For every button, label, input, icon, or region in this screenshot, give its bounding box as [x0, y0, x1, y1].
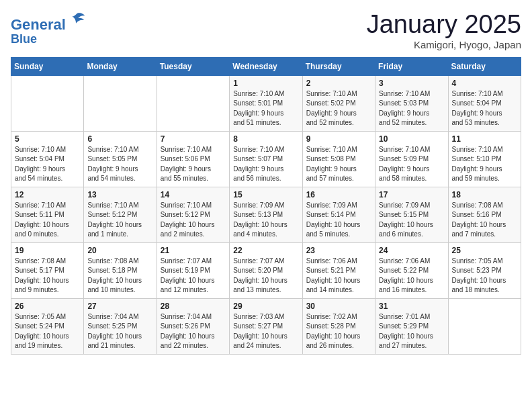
calendar-table: Sunday Monday Tuesday Wednesday Thursday…	[11, 57, 521, 355]
day-cell: 16Sunrise: 7:09 AM Sunset: 5:14 PM Dayli…	[302, 187, 375, 242]
day-cell: 10Sunrise: 7:10 AM Sunset: 5:09 PM Dayli…	[375, 131, 448, 187]
day-number: 5	[15, 134, 80, 144]
logo-text: General	[11, 11, 86, 33]
day-number: 25	[452, 246, 517, 255]
col-saturday: Saturday	[448, 57, 521, 75]
day-content: Sunrise: 7:08 AM Sunset: 5:17 PM Dayligh…	[15, 257, 80, 295]
day-content: Sunrise: 7:10 AM Sunset: 5:06 PM Dayligh…	[161, 145, 226, 184]
day-number: 3	[379, 79, 444, 88]
day-cell: 2Sunrise: 7:10 AM Sunset: 5:02 PM Daylig…	[302, 75, 375, 131]
logo: General Blue	[11, 11, 86, 46]
day-content: Sunrise: 7:10 AM Sunset: 5:02 PM Dayligh…	[306, 89, 371, 128]
day-number: 30	[306, 302, 371, 311]
day-content: Sunrise: 7:10 AM Sunset: 5:04 PM Dayligh…	[15, 145, 80, 184]
day-cell: 28Sunrise: 7:04 AM Sunset: 5:26 PM Dayli…	[157, 298, 229, 354]
day-cell: 27Sunrise: 7:04 AM Sunset: 5:25 PM Dayli…	[84, 298, 157, 354]
title-block: January 2025 Kamigori, Hyogo, Japan	[367, 11, 521, 50]
day-content: Sunrise: 7:08 AM Sunset: 5:16 PM Dayligh…	[452, 201, 517, 240]
month-title: January 2025	[367, 11, 521, 39]
day-content: Sunrise: 7:04 AM Sunset: 5:26 PM Dayligh…	[161, 312, 226, 351]
week-row-3: 19Sunrise: 7:08 AM Sunset: 5:17 PM Dayli…	[11, 242, 521, 298]
day-cell: 20Sunrise: 7:08 AM Sunset: 5:18 PM Dayli…	[84, 242, 157, 298]
col-sunday: Sunday	[11, 57, 84, 75]
day-content: Sunrise: 7:09 AM Sunset: 5:15 PM Dayligh…	[379, 201, 444, 240]
day-cell: 31Sunrise: 7:01 AM Sunset: 5:29 PM Dayli…	[375, 298, 448, 354]
day-cell: 26Sunrise: 7:05 AM Sunset: 5:24 PM Dayli…	[11, 298, 84, 354]
day-number: 19	[15, 246, 80, 255]
day-cell: 6Sunrise: 7:10 AM Sunset: 5:05 PM Daylig…	[84, 131, 157, 187]
week-row-2: 12Sunrise: 7:10 AM Sunset: 5:11 PM Dayli…	[11, 187, 521, 242]
day-content: Sunrise: 7:10 AM Sunset: 5:01 PM Dayligh…	[233, 89, 298, 128]
day-number: 24	[379, 246, 444, 255]
day-cell	[11, 75, 84, 131]
day-cell: 14Sunrise: 7:10 AM Sunset: 5:12 PM Dayli…	[157, 187, 229, 242]
day-content: Sunrise: 7:10 AM Sunset: 5:07 PM Dayligh…	[233, 145, 298, 184]
day-cell: 24Sunrise: 7:06 AM Sunset: 5:22 PM Dayli…	[375, 242, 448, 298]
days-of-week-row: Sunday Monday Tuesday Wednesday Thursday…	[11, 57, 521, 75]
day-number: 8	[233, 134, 298, 144]
day-content: Sunrise: 7:10 AM Sunset: 5:05 PM Dayligh…	[87, 145, 152, 184]
day-cell	[84, 75, 157, 131]
day-number: 23	[306, 246, 371, 255]
day-cell: 12Sunrise: 7:10 AM Sunset: 5:11 PM Dayli…	[11, 187, 84, 242]
day-content: Sunrise: 7:07 AM Sunset: 5:19 PM Dayligh…	[161, 257, 226, 295]
day-number: 2	[306, 79, 371, 88]
day-number: 1	[233, 79, 298, 88]
day-content: Sunrise: 7:01 AM Sunset: 5:29 PM Dayligh…	[379, 312, 444, 351]
col-wednesday: Wednesday	[230, 57, 302, 75]
day-content: Sunrise: 7:02 AM Sunset: 5:28 PM Dayligh…	[306, 312, 371, 351]
col-tuesday: Tuesday	[157, 57, 229, 75]
day-number: 11	[452, 134, 517, 144]
day-cell: 13Sunrise: 7:10 AM Sunset: 5:12 PM Dayli…	[84, 187, 157, 242]
day-number: 16	[306, 190, 371, 199]
day-content: Sunrise: 7:03 AM Sunset: 5:27 PM Dayligh…	[233, 312, 298, 351]
day-cell: 5Sunrise: 7:10 AM Sunset: 5:04 PM Daylig…	[11, 131, 84, 187]
day-cell: 29Sunrise: 7:03 AM Sunset: 5:27 PM Dayli…	[230, 298, 302, 354]
col-monday: Monday	[84, 57, 157, 75]
day-cell: 4Sunrise: 7:10 AM Sunset: 5:04 PM Daylig…	[448, 75, 521, 131]
day-number: 18	[452, 190, 517, 199]
day-content: Sunrise: 7:09 AM Sunset: 5:13 PM Dayligh…	[233, 201, 298, 240]
day-cell: 9Sunrise: 7:10 AM Sunset: 5:08 PM Daylig…	[302, 131, 375, 187]
day-content: Sunrise: 7:10 AM Sunset: 5:04 PM Dayligh…	[452, 89, 517, 128]
day-cell: 30Sunrise: 7:02 AM Sunset: 5:28 PM Dayli…	[302, 298, 375, 354]
day-number: 22	[233, 246, 298, 255]
day-cell: 3Sunrise: 7:10 AM Sunset: 5:03 PM Daylig…	[375, 75, 448, 131]
day-number: 9	[306, 134, 371, 144]
day-content: Sunrise: 7:10 AM Sunset: 5:09 PM Dayligh…	[379, 145, 444, 184]
day-content: Sunrise: 7:09 AM Sunset: 5:14 PM Dayligh…	[306, 201, 371, 240]
day-number: 14	[161, 190, 226, 199]
day-content: Sunrise: 7:05 AM Sunset: 5:24 PM Dayligh…	[15, 312, 80, 351]
page-header: General Blue January 2025 Kamigori, Hyog…	[11, 11, 521, 50]
day-number: 31	[379, 302, 444, 311]
day-cell: 19Sunrise: 7:08 AM Sunset: 5:17 PM Dayli…	[11, 242, 84, 298]
day-cell: 21Sunrise: 7:07 AM Sunset: 5:19 PM Dayli…	[157, 242, 229, 298]
day-cell: 15Sunrise: 7:09 AM Sunset: 5:13 PM Dayli…	[230, 187, 302, 242]
day-content: Sunrise: 7:10 AM Sunset: 5:11 PM Dayligh…	[15, 201, 80, 240]
day-content: Sunrise: 7:10 AM Sunset: 5:10 PM Dayligh…	[452, 145, 517, 184]
day-cell	[157, 75, 229, 131]
day-number: 15	[233, 190, 298, 199]
day-cell: 25Sunrise: 7:05 AM Sunset: 5:23 PM Dayli…	[448, 242, 521, 298]
day-content: Sunrise: 7:05 AM Sunset: 5:23 PM Dayligh…	[452, 257, 517, 295]
day-cell: 8Sunrise: 7:10 AM Sunset: 5:07 PM Daylig…	[230, 131, 302, 187]
day-number: 27	[87, 302, 152, 311]
day-cell: 1Sunrise: 7:10 AM Sunset: 5:01 PM Daylig…	[230, 75, 302, 131]
day-number: 6	[87, 134, 152, 144]
day-number: 21	[161, 246, 226, 255]
logo-line2: Blue	[11, 33, 86, 46]
day-cell: 17Sunrise: 7:09 AM Sunset: 5:15 PM Dayli…	[375, 187, 448, 242]
day-number: 20	[87, 246, 152, 255]
day-number: 26	[15, 302, 80, 311]
day-cell: 18Sunrise: 7:08 AM Sunset: 5:16 PM Dayli…	[448, 187, 521, 242]
week-row-4: 26Sunrise: 7:05 AM Sunset: 5:24 PM Dayli…	[11, 298, 521, 354]
day-number: 4	[452, 79, 517, 88]
logo-bird-icon	[67, 11, 86, 30]
day-content: Sunrise: 7:06 AM Sunset: 5:22 PM Dayligh…	[379, 257, 444, 295]
calendar-header: Sunday Monday Tuesday Wednesday Thursday…	[11, 57, 521, 75]
day-content: Sunrise: 7:07 AM Sunset: 5:20 PM Dayligh…	[233, 257, 298, 295]
day-cell	[448, 298, 521, 354]
day-content: Sunrise: 7:10 AM Sunset: 5:08 PM Dayligh…	[306, 145, 371, 184]
day-number: 17	[379, 190, 444, 199]
day-cell: 23Sunrise: 7:06 AM Sunset: 5:21 PM Dayli…	[302, 242, 375, 298]
